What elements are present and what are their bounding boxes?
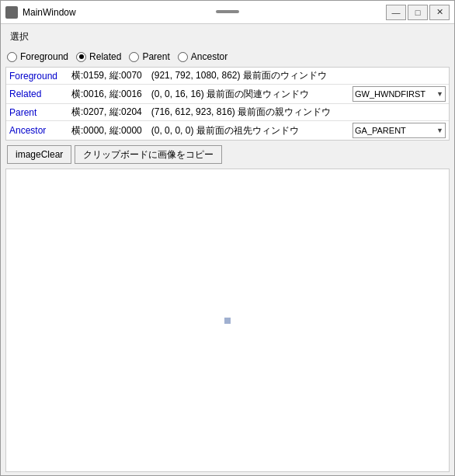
title-bar-left: MainWindow	[5, 6, 76, 19]
resize-indicator	[216, 10, 239, 13]
info-row-foreground: Foreground 横:0159, 縦:0070 (921, 792, 108…	[6, 68, 449, 85]
canvas-marker	[224, 318, 231, 324]
info-row-related: Related 横:0016, 縦:0016 (0, 0, 16, 16) 最前…	[6, 85, 449, 104]
canvas-area	[5, 169, 450, 472]
ancestor-dropdown-value: GA_PARENT	[355, 126, 406, 135]
button-row: imageClear クリップボードに画像をコピー	[5, 142, 450, 167]
maximize-button[interactable]: □	[408, 5, 428, 20]
menu-select[interactable]: 選択	[5, 29, 33, 45]
image-clear-button[interactable]: imageClear	[7, 145, 71, 164]
info-label-related: Related	[9, 89, 71, 99]
related-dropdown-arrow: ▼	[436, 90, 443, 98]
minimize-button[interactable]: —	[386, 5, 406, 20]
radio-circle-parent	[129, 52, 139, 62]
radio-circle-fg	[7, 52, 17, 62]
info-value-foreground: 横:0159, 縦:0070 (921, 792, 1080, 862) 最前面…	[71, 69, 446, 82]
info-grid: Foreground 横:0159, 縦:0070 (921, 792, 108…	[5, 67, 450, 141]
info-row-parent: Parent 横:0207, 縦:0204 (716, 612, 923, 81…	[6, 104, 449, 121]
related-dropdown-value: GW_HWNDFIRST	[355, 89, 425, 99]
title-bar-controls: — □ ✕	[386, 5, 450, 20]
radio-circle-related	[76, 52, 86, 62]
radio-circle-ancestor	[178, 52, 188, 62]
info-row-ancestor: Ancestor 横:0000, 縦:0000 (0, 0, 0, 0) 最前面…	[6, 121, 449, 140]
ancestor-dropdown[interactable]: GA_PARENT ▼	[353, 123, 446, 138]
main-window: MainWindow — □ ✕ 選択 Foreground Related	[0, 0, 455, 476]
radio-related[interactable]: Related	[76, 51, 121, 62]
ancestor-dropdown-arrow: ▼	[436, 127, 443, 134]
radio-label-fg: Foreground	[20, 51, 68, 62]
info-label-foreground: Foreground	[9, 71, 71, 82]
radio-foreground[interactable]: Foreground	[7, 51, 68, 62]
copy-to-clipboard-button[interactable]: クリップボードに画像をコピー	[75, 145, 222, 164]
related-dropdown-container: GW_HWNDFIRST ▼	[353, 86, 446, 102]
info-value-ancestor: 横:0000, 縦:0000 (0, 0, 0, 0) 最前面の祖先ウィンドウ	[71, 124, 349, 137]
info-label-parent: Parent	[9, 107, 71, 118]
close-button[interactable]: ✕	[429, 5, 450, 20]
radio-group: Foreground Related Parent Ancestor	[5, 48, 450, 65]
radio-parent[interactable]: Parent	[129, 51, 169, 62]
window-title: MainWindow	[23, 7, 76, 18]
content-area: 選択 Foreground Related Parent Ancestor	[1, 24, 454, 475]
title-bar: MainWindow — □ ✕	[1, 1, 454, 24]
radio-ancestor[interactable]: Ancestor	[178, 51, 228, 62]
info-label-ancestor: Ancestor	[9, 125, 71, 136]
related-dropdown[interactable]: GW_HWNDFIRST ▼	[353, 86, 446, 102]
info-value-related: 横:0016, 縦:0016 (0, 0, 16, 16) 最前面の関連ウィンド…	[71, 88, 349, 101]
info-value-parent: 横:0207, 縦:0204 (716, 612, 923, 816) 最前面の…	[71, 106, 446, 119]
radio-label-parent: Parent	[142, 51, 169, 62]
menu-bar: 選択	[5, 27, 450, 47]
radio-label-ancestor: Ancestor	[191, 51, 228, 62]
ancestor-dropdown-container: GA_PARENT ▼	[353, 123, 446, 138]
radio-label-related: Related	[89, 51, 121, 62]
window-icon	[5, 6, 18, 19]
